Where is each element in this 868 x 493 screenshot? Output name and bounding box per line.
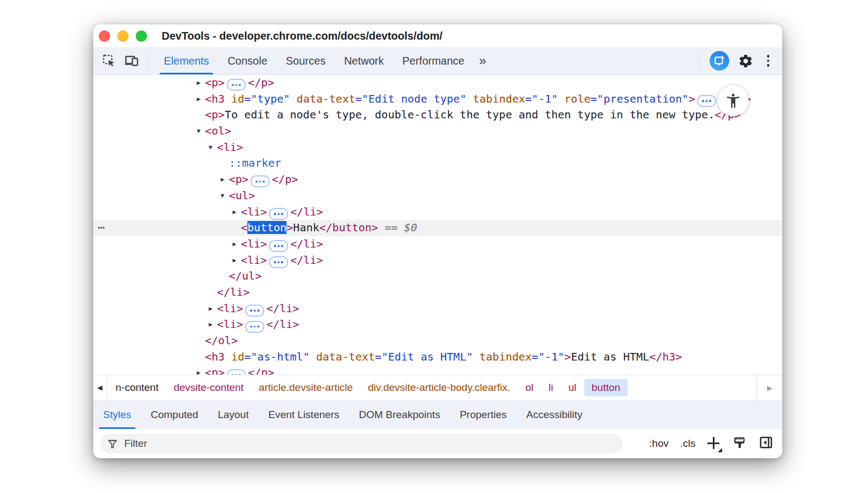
inspect-element-icon[interactable]: [100, 52, 118, 70]
sidebar-tab-computed[interactable]: Computed: [141, 401, 208, 429]
inline-ellipsis-expand-button[interactable]: [269, 256, 288, 268]
breadcrumb-item[interactable]: n-content: [108, 379, 166, 396]
sidebar-tab-properties[interactable]: Properties: [450, 401, 516, 429]
styles-filter-bar: :hov .cls: [93, 429, 782, 458]
zoom-button[interactable]: [136, 30, 147, 42]
inline-ellipsis-expand-button[interactable]: [227, 369, 246, 375]
breadcrumb-item[interactable]: article.devsite-article: [251, 379, 360, 396]
tab-console[interactable]: Console: [218, 47, 276, 74]
pseudo-state-toggle[interactable]: :hov: [649, 438, 669, 450]
dom-tree-node[interactable]: ▼<ol>: [93, 123, 782, 140]
main-toolbar: ElementsConsoleSourcesNetworkPerformance…: [93, 47, 782, 75]
dom-tree-node[interactable]: <p>To edit a node's type, double-click t…: [93, 107, 782, 123]
toolbar-right: [697, 51, 783, 71]
expand-arrow-icon[interactable]: ▶: [218, 172, 227, 188]
ai-assistant-icon[interactable]: [710, 51, 729, 71]
new-style-rule-plus-icon[interactable]: [707, 437, 721, 451]
expand-arrow-icon[interactable]: ▶: [206, 317, 215, 333]
breadcrumb: n-contentdevsite-contentarticle.devsite-…: [107, 375, 757, 400]
dom-tree-node[interactable]: ::marker: [93, 155, 782, 172]
dom-tree-node[interactable]: ▶<p></p>: [93, 75, 782, 91]
expand-arrow-icon[interactable]: ▶: [230, 252, 239, 269]
breadcrumb-item[interactable]: li: [541, 379, 560, 396]
toolbar-divider: [699, 53, 700, 69]
dom-tree-node[interactable]: </li>: [93, 285, 782, 301]
tab-network[interactable]: Network: [335, 47, 393, 74]
dom-tree-node[interactable]: ▶<li></li>: [93, 236, 782, 252]
device-toolbar-icon[interactable]: [123, 52, 141, 70]
inline-ellipsis-expand-button[interactable]: [245, 305, 264, 317]
inline-ellipsis-expand-button[interactable]: [227, 79, 246, 91]
expand-arrow-icon[interactable]: ▶: [230, 236, 239, 252]
dom-tree-node[interactable]: </ol>: [93, 333, 782, 349]
toggle-sidebar-panel-icon[interactable]: [758, 435, 774, 452]
sidebar-tab-layout[interactable]: Layout: [208, 401, 258, 429]
sidebar-tab-styles[interactable]: Styles: [93, 401, 141, 429]
dom-tree-node[interactable]: ▼<ul>: [93, 188, 782, 204]
dom-tree-node[interactable]: ▶<p></p>: [93, 365, 782, 375]
breadcrumb-scroll-left-icon[interactable]: ◀: [93, 375, 107, 400]
breadcrumb-item[interactable]: ul: [561, 379, 584, 396]
breadcrumb-scroll-right-icon[interactable]: ▶: [757, 375, 782, 400]
more-panels-chevron[interactable]: »: [474, 53, 490, 68]
filter-right-controls: :hov .cls: [649, 435, 774, 452]
dom-tree-node[interactable]: ▶<li></li>: [93, 204, 782, 220]
breadcrumb-bar: ◀ n-contentdevsite-contentarticle.devsit…: [93, 375, 782, 400]
sidebar-tabs: StylesComputedLayoutEvent ListenersDOM B…: [93, 400, 782, 429]
breadcrumb-item[interactable]: ol: [518, 379, 541, 396]
filter-input-wrap: [100, 434, 623, 453]
dom-tree-node[interactable]: ▶<h3 id="type" data-text="Edit node type…: [93, 91, 782, 108]
inline-ellipsis-expand-button[interactable]: [269, 208, 288, 220]
rendering-brush-icon[interactable]: [732, 435, 747, 452]
dom-tree[interactable]: ▶<p></p>▶<h3 id="type" data-text="Edit n…: [93, 75, 782, 375]
settings-gear-icon[interactable]: [737, 52, 755, 70]
inline-ellipsis-expand-button[interactable]: [251, 175, 270, 187]
sidebar-tab-dom-breakpoints[interactable]: DOM Breakpoints: [349, 401, 450, 429]
toolbar-divider: [148, 53, 148, 69]
inline-ellipsis-expand-button[interactable]: [245, 321, 264, 333]
collapse-arrow-icon[interactable]: ▼: [194, 123, 203, 140]
dom-tree-node[interactable]: </ul>: [93, 268, 782, 285]
tab-elements[interactable]: Elements: [155, 47, 218, 74]
inline-ellipsis-expand-button[interactable]: [697, 95, 716, 107]
breadcrumb-item[interactable]: devsite-content: [166, 379, 251, 396]
node-more-actions-icon[interactable]: ⋯: [98, 219, 105, 236]
filter-input[interactable]: [123, 437, 623, 450]
accessibility-person-icon: [718, 85, 749, 116]
close-button[interactable]: [99, 30, 110, 42]
dom-tree-node[interactable]: ▶<li></li>: [93, 301, 782, 317]
collapse-arrow-icon[interactable]: ▼: [218, 188, 227, 204]
dom-tree-node[interactable]: <h3 id="as-html" data-text="Edit as HTML…: [93, 349, 782, 365]
element-classes-toggle[interactable]: .cls: [680, 438, 696, 450]
expand-arrow-icon[interactable]: ▶: [194, 365, 203, 375]
dom-tree-node[interactable]: ▶<li></li>: [93, 317, 782, 333]
title-bar: DevTools - developer.chrome.com/docs/dev…: [93, 24, 782, 47]
breadcrumb-item[interactable]: button: [584, 379, 628, 396]
panel-tabs: ElementsConsoleSourcesNetworkPerformance: [155, 47, 474, 74]
expand-arrow-icon[interactable]: ▶: [230, 204, 239, 220]
traffic-lights: [99, 30, 147, 42]
dom-tree-node[interactable]: ▶<p></p>: [93, 172, 782, 188]
tab-sources[interactable]: Sources: [277, 47, 335, 74]
sidebar-tab-event-listeners[interactable]: Event Listeners: [258, 401, 349, 429]
filter-funnel-icon: [107, 439, 118, 449]
window-title: DevTools - developer.chrome.com/docs/dev…: [162, 30, 443, 42]
devtools-window: DevTools - developer.chrome.com/docs/dev…: [93, 24, 782, 458]
expand-arrow-icon[interactable]: ▶: [194, 75, 203, 91]
tab-performance[interactable]: Performance: [393, 47, 474, 74]
dom-tree-node[interactable]: ⋯<button>Hank</button> == $0: [93, 220, 782, 236]
collapse-arrow-icon[interactable]: ▼: [206, 140, 215, 156]
breadcrumb-item[interactable]: div.devsite-article-body.clearfix.: [360, 379, 518, 396]
dom-tree-node[interactable]: ▼<li>: [93, 140, 782, 156]
inline-ellipsis-expand-button[interactable]: [269, 240, 288, 252]
expand-arrow-icon[interactable]: ▶: [194, 91, 203, 108]
more-options-kebab-icon[interactable]: [763, 53, 774, 69]
minimize-button[interactable]: [117, 30, 129, 42]
dom-tree-node[interactable]: ▶<li></li>: [93, 252, 782, 269]
sidebar-tab-accessibility[interactable]: Accessibility: [516, 401, 592, 429]
expand-arrow-icon[interactable]: ▶: [206, 301, 215, 317]
